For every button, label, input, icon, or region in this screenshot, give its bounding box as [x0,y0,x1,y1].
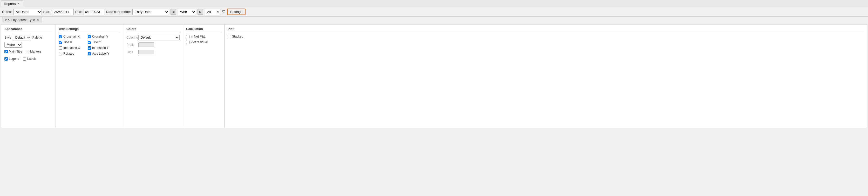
axis-left-col: Crosshair X Title X Interlaced X Rotated [59,35,80,55]
settings-button[interactable]: Settings [227,8,246,15]
calculation-checkboxes: In Net P&L Plot residual [186,35,221,44]
axis-label-y-item: Axis Label Y [88,52,110,55]
appearance-panel: Appearance Style Default Light Dark Pale… [1,25,56,128]
calculation-panel: Calculation In Net P&L Plot residual [183,25,224,128]
title-y-item: Title Y [88,40,110,44]
in-net-pl-label: In Net P&L [190,35,206,38]
main-title-label: Main Title [9,50,22,53]
title-y-label: Title Y [92,40,101,44]
main-content: Appearance Style Default Light Dark Pale… [1,24,867,128]
interlaced-y-checkbox[interactable] [88,46,91,50]
start-input[interactable] [53,9,74,15]
appearance-checkboxes: Main Title Markers Legend Labels [4,50,53,61]
toolbar: Dates: All Dates Custom This Week This M… [0,7,868,16]
axis-settings-panel: Axis Settings Crosshair X Title X Interl… [56,25,123,128]
period-select[interactable]: Day Week Month Quarter Year [178,9,196,15]
interlaced-x-checkbox[interactable] [59,46,62,50]
style-label: Style [4,36,11,39]
in-net-pl-checkbox[interactable] [186,35,189,38]
plot-residual-label: Plot residual [190,40,208,44]
legend-checkbox-item: Legend [4,57,19,61]
plot-checkboxes: Stacked [228,35,864,38]
stacked-checkbox[interactable] [228,35,231,38]
date-filter-mode-label: Date filter mode: [106,10,130,14]
labels-checkbox[interactable] [23,57,26,61]
main-title-checkbox[interactable] [4,50,8,53]
tab-reports[interactable]: Reports ✕ [1,1,23,7]
stacked-label: Stacked [232,35,243,38]
rotated-item: Rotated [59,52,80,55]
main-title-checkbox-item: Main Title [4,50,22,53]
crosshair-y-item: Crosshair Y [88,35,110,38]
rotated-label: Rotated [63,52,74,55]
plot-panel: Plot Stacked [224,25,867,128]
axis-right-col: Crosshair Y Title Y Interlaced Y Axis La… [88,35,110,55]
colors-panel: Colors Coloring Default Custom Profit Lo… [123,25,183,128]
axis-settings-title: Axis Settings [59,27,120,32]
sub-tab-bar: P & L by Spread Type ✕ [0,16,868,23]
filter-icon: ⛉ [222,10,225,14]
axis-columns: Crosshair X Title X Interlaced X Rotated [59,35,120,55]
axis-label-y-checkbox[interactable] [88,52,91,55]
profit-row: Profit [126,42,180,48]
date-filter-mode-select[interactable]: Entry Date Due Date Completion Date [132,9,169,15]
interlaced-x-label: Interlaced X [63,46,80,50]
end-input[interactable] [84,9,104,15]
dates-select[interactable]: All Dates Custom This Week This Month Th… [13,9,42,15]
crosshair-x-label: Crosshair X [63,35,80,38]
loss-color-swatch[interactable] [138,50,154,54]
in-net-pl-item: In Net P&L [186,35,221,38]
tab-reports-close[interactable]: ✕ [18,2,20,5]
style-row: Style Default Light Dark Palette Metro O… [4,35,53,48]
markers-checkbox[interactable] [26,50,29,53]
tab-reports-label: Reports [4,2,16,6]
rotated-checkbox[interactable] [59,52,62,55]
crosshair-x-item: Crosshair X [59,35,80,38]
loss-label: Loss [126,50,137,54]
end-label: End: [75,10,82,14]
coloring-label: Coloring [126,36,137,39]
legend-checkbox[interactable] [4,57,8,61]
style-select[interactable]: Default Light Dark [13,35,31,40]
start-label: Start: [43,10,52,14]
plot-title: Plot [228,27,864,32]
title-x-checkbox[interactable] [59,41,62,44]
palette-select[interactable]: Metro Office Nature [4,42,22,48]
crosshair-y-checkbox[interactable] [88,35,91,38]
interlaced-x-item: Interlaced X [59,46,80,50]
palette-label: Palette [32,36,42,39]
labels-label: Labels [27,57,36,61]
title-y-checkbox[interactable] [88,41,91,44]
interlaced-y-item: Interlaced Y [88,46,110,50]
profit-label: Profit [126,43,137,47]
markers-label: Markers [30,50,41,53]
coloring-select[interactable]: Default Custom [138,35,180,40]
plot-residual-item: Plot residual [186,40,221,44]
stacked-item: Stacked [228,35,864,38]
markers-checkbox-item: Markers [26,50,41,53]
crosshair-y-label: Crosshair Y [92,35,108,38]
appearance-title: Appearance [4,27,53,32]
title-x-label: Title X [63,40,72,44]
all-select[interactable]: All None [205,9,220,15]
sub-tab-pl-spread[interactable]: P & L by Spread Type ✕ [2,17,42,23]
profit-color-swatch[interactable] [138,42,154,47]
loss-row: Loss [126,49,180,55]
colors-title: Colors [126,27,180,32]
crosshair-x-checkbox[interactable] [59,35,62,38]
dates-label: Dates: [2,10,12,14]
sub-tab-close[interactable]: ✕ [37,18,39,22]
legend-label: Legend [9,57,19,61]
nav-next-button[interactable]: ▶ [197,9,203,15]
nav-prev-button[interactable]: ◀ [170,9,176,15]
coloring-row: Coloring Default Custom [126,35,180,40]
title-x-item: Title X [59,40,80,44]
plot-residual-checkbox[interactable] [186,41,189,44]
tab-bar: Reports ✕ [0,0,868,7]
labels-checkbox-item: Labels [23,57,36,61]
calculation-title: Calculation [186,27,221,32]
sub-tab-pl-label: P & L by Spread Type [5,18,35,22]
interlaced-y-label: Interlaced Y [92,46,109,50]
axis-label-y-label: Axis Label Y [92,52,110,55]
